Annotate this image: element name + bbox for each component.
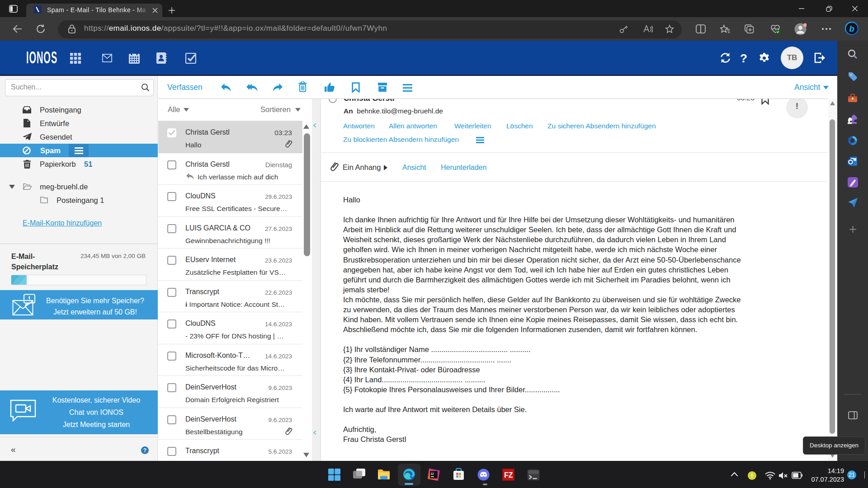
svg-text:IJ: IJ	[431, 472, 434, 476]
svg-text:FZ: FZ	[504, 471, 513, 479]
svg-text:b: b	[849, 24, 854, 33]
